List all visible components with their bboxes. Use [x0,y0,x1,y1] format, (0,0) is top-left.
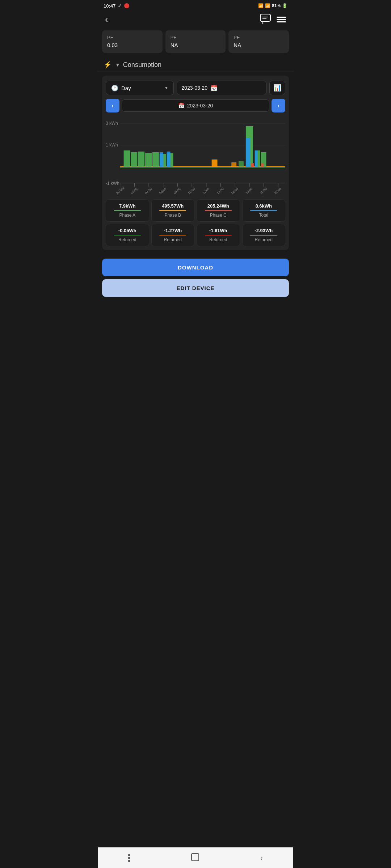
svg-text:12:00: 12:00 [202,187,210,195]
svg-rect-22 [246,138,250,167]
status-left: 10:47 ✓ [104,3,129,9]
section-dropdown[interactable]: ▼ Consumption [115,61,161,69]
date-display: 📅 2023-03-20 [122,99,269,112]
clock-icon: 🕐 [111,85,118,92]
returned-card-3: -2.93Wh Returned [242,224,286,246]
returned-value-1: -1.27Wh [154,228,192,233]
svg-text:20:00: 20:00 [259,187,268,195]
svg-rect-20 [212,159,218,167]
svg-rect-15 [152,152,159,167]
svg-rect-18 [160,152,163,167]
line-3 [128,860,130,862]
returned-card-0: -0.05Wh Returned [106,224,149,246]
download-button[interactable]: DOWNLOAD [102,259,289,276]
chart-type-button[interactable]: 📊 [269,81,285,95]
calendar-icon: 📅 [210,85,218,92]
recent-apps-icon [128,854,130,862]
svg-rect-11 [124,150,130,167]
svg-text:04:00: 04:00 [144,187,153,195]
stat-label-1: Phase B [154,213,192,218]
home-icon [191,853,199,861]
svg-rect-26 [251,163,254,167]
stat-underline-3 [250,210,277,211]
back-icon: ‹ [260,854,263,862]
day-selector[interactable]: 🕐 Day ▼ [106,81,174,95]
status-right: 📶 📶 81% 🔋 [258,3,287,8]
stat-card-0: 7.9kWh Phase A [106,199,149,222]
svg-rect-13 [138,152,144,167]
menu-line-1 [277,17,286,18]
next-date-button[interactable]: › [272,99,285,112]
record-icon [124,3,129,8]
stat-card-3: 8.6kWh Total [242,199,286,222]
returned-value-0: -0.05Wh [108,228,147,233]
svg-text:06:00: 06:00 [159,187,167,195]
svg-text:16:00: 16:00 [230,187,239,195]
pf-card-b: PF NA [165,30,226,53]
wifi-icon: 📶 [258,3,264,8]
date-nav-label: 2023-03-20 [187,103,213,109]
pf-label-a: PF [107,34,157,41]
section-header: ⚡ ▼ Consumption [98,57,293,72]
nav-bar: ‹ [98,847,293,868]
chart-container: 🕐 Day ▼ 2023-03-20 📅 📊 ‹ 📅 2023-03-20 › [102,76,289,250]
returned-underline-3 [250,235,277,235]
pf-card-c: PF NA [228,30,289,53]
svg-text:1 kWh: 1 kWh [106,142,118,148]
status-time: 10:47 [104,3,115,9]
pf-label-b: PF [171,34,221,41]
stat-value-0: 7.9kWh [108,203,147,209]
battery-icon: 🔋 [282,3,287,8]
stat-card-1: 495.57Wh Phase B [151,199,195,222]
battery-level: 81% [272,3,281,8]
nav-recent-apps-button[interactable] [121,853,137,863]
stat-underline-0 [114,210,141,211]
svg-text:14:00: 14:00 [216,187,225,195]
pf-label-c: PF [234,34,284,41]
svg-rect-28 [239,161,244,167]
svg-rect-14 [145,153,152,167]
returned-card-2: -1.61Wh Returned [197,224,240,246]
stat-card-2: 205.24Wh Phase C [197,199,240,222]
menu-line-2 [277,19,286,20]
stat-value-2: 205.24Wh [199,203,237,209]
returned-label-3: Returned [245,237,283,242]
chart-area: 3 kWh 1 kWh -1 kWh [106,116,285,196]
svg-rect-27 [261,163,264,167]
returned-underline-0 [114,235,141,235]
pf-value-c: NA [234,41,284,50]
returned-label-2: Returned [199,237,237,242]
signal-icon: 📶 [265,3,270,8]
header-icons [260,14,286,26]
back-button[interactable]: ‹ [105,13,111,26]
nav-back-button[interactable]: ‹ [253,852,270,864]
cal-nav-icon: 📅 [178,103,184,109]
svg-text:08:00: 08:00 [173,187,182,195]
bar-chart-icon: 📊 [273,84,281,92]
menu-button[interactable] [277,17,286,22]
svg-rect-0 [260,14,270,21]
returned-card-1: -1.27Wh Returned [151,224,195,246]
returned-grid: -0.05Wh Returned -1.27Wh Returned -1.61W… [106,224,285,246]
svg-rect-29 [231,162,236,167]
date-input-field[interactable]: 2023-03-20 📅 [177,81,266,95]
svg-rect-19 [167,152,171,167]
svg-text:-1 kWh: -1 kWh [106,181,119,186]
day-label: Day [121,85,131,91]
edit-device-button[interactable]: EDIT DEVICE [102,279,289,297]
returned-value-2: -1.61Wh [199,228,237,233]
pf-card-a: PF 0.03 [102,30,163,53]
svg-rect-12 [131,152,137,167]
chart-svg: 3 kWh 1 kWh -1 kWh [106,116,285,196]
date-value: 2023-03-20 [181,85,207,91]
stat-underline-2 [205,210,232,211]
prev-date-button[interactable]: ‹ [106,99,119,112]
svg-text:20 Mar: 20 Mar [115,186,126,195]
pf-cards: PF 0.03 PF NA PF NA [98,30,293,57]
returned-value-3: -2.93Wh [245,228,283,233]
chat-button[interactable] [260,14,271,26]
nav-home-button[interactable] [184,852,206,864]
stat-value-3: 8.6kWh [245,203,283,209]
stat-label-2: Phase C [199,213,237,218]
svg-rect-25 [255,150,258,167]
